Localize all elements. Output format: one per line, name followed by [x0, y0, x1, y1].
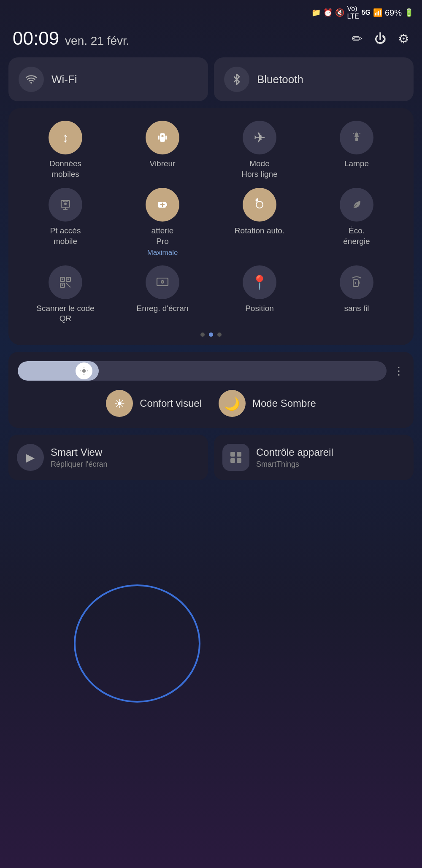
- eco-label: Éco.énergie: [343, 226, 370, 246]
- mobile-data-label: Donnéesmobiles: [49, 159, 81, 179]
- device-control-title: Contrôle appareil: [256, 446, 333, 458]
- dot-2: [209, 333, 213, 337]
- dark-mode-tile[interactable]: 🌙 Mode Sombre: [219, 390, 316, 417]
- wireless-power-icon: [340, 265, 373, 299]
- status-icons: 📁 ⏰ 🔇 Vo)LTE 5G 📶 69% 🔋: [311, 5, 414, 20]
- brightness-panel: ⋮ ☀ Confort visuel 🌙 Mode Sombre: [8, 352, 414, 428]
- screen-record-label: Enreg. d'écran: [137, 303, 189, 314]
- svg-line-8: [353, 133, 354, 134]
- smart-view-subtitle: Répliquer l'écran: [51, 460, 108, 469]
- hotspot-tile[interactable]: Pt accèsmobile: [17, 188, 114, 257]
- qs-grid-row2: Pt accèsmobile atteriePro Maximale: [17, 188, 405, 257]
- dark-mode-label: Mode Sombre: [252, 397, 316, 409]
- bluetooth-icon: [224, 67, 249, 92]
- comfort-row: ☀ Confort visuel 🌙 Mode Sombre: [18, 390, 404, 417]
- svg-rect-22: [62, 279, 63, 280]
- smart-view-icon: ▶: [17, 444, 44, 471]
- vibrate-label: Vibreur: [150, 159, 176, 169]
- battery-icon: 🔋: [404, 8, 414, 17]
- battery-saver-icon: [146, 188, 179, 222]
- brightness-thumb: [76, 362, 92, 379]
- page-dots: [17, 333, 405, 337]
- location-tile[interactable]: 📍 Position: [211, 265, 308, 324]
- smart-view-text: Smart View Répliquer l'écran: [51, 446, 108, 469]
- volte-icon: Vo)LTE: [347, 5, 359, 20]
- svg-rect-24: [62, 284, 63, 286]
- torch-label: Lampe: [344, 159, 369, 169]
- svg-point-18: [256, 201, 263, 208]
- 5g-icon: 5G: [362, 9, 371, 16]
- screen-record-tile[interactable]: Enreg. d'écran: [114, 265, 211, 324]
- location-icon: 📍: [243, 265, 276, 299]
- qs-grid-row1: ↕ Donnéesmobiles Vibreur ✈ ModeHors lign…: [17, 121, 405, 179]
- device-control-subtitle: SmartThings: [256, 460, 333, 469]
- status-bar: 📁 ⏰ 🔇 Vo)LTE 5G 📶 69% 🔋: [0, 0, 422, 24]
- eco-icon: [340, 188, 373, 222]
- comfort-visual-tile[interactable]: ☀ Confort visuel: [106, 390, 202, 417]
- airplane-icon: ✈: [243, 121, 276, 154]
- qr-scan-icon: [49, 265, 82, 299]
- device-control-text: Contrôle appareil SmartThings: [256, 446, 333, 469]
- battery-level: 69%: [385, 8, 402, 18]
- comfort-visual-label: Confort visuel: [140, 397, 202, 409]
- alarm-icon: ⏰: [323, 8, 333, 17]
- hotspot-icon: [49, 188, 82, 222]
- svg-point-13: [64, 203, 67, 205]
- dark-mode-icon: 🌙: [219, 390, 246, 417]
- rotation-tile[interactable]: Rotation auto.: [211, 188, 308, 257]
- torch-tile[interactable]: Lampe: [308, 121, 405, 179]
- qs-grid-row3: Scanner le codeQR Enreg. d'écran 📍 Posit…: [17, 265, 405, 324]
- rotation-icon: [243, 188, 276, 222]
- header-actions: ✏ ⏻ ⚙: [352, 31, 409, 46]
- mute-icon: 🔇: [335, 8, 344, 17]
- bluetooth-label: Bluetooth: [257, 73, 303, 86]
- svg-point-28: [162, 281, 163, 283]
- brightness-menu-icon[interactable]: ⋮: [393, 365, 404, 378]
- svg-rect-6: [355, 138, 358, 141]
- airplane-label: ModeHors ligne: [241, 159, 278, 179]
- circle-annotation: [74, 584, 200, 703]
- power-icon[interactable]: ⏻: [374, 32, 386, 46]
- settings-icon[interactable]: ⚙: [398, 31, 409, 46]
- svg-rect-3: [165, 135, 167, 140]
- hotspot-label: Pt accèsmobile: [50, 226, 81, 246]
- svg-point-0: [30, 82, 32, 84]
- eco-tile[interactable]: Éco.énergie: [308, 188, 405, 257]
- location-label: Position: [245, 303, 274, 314]
- qs-panel: ↕ Donnéesmobiles Vibreur ✈ ModeHors lign…: [8, 108, 414, 345]
- time-display: 00:09: [13, 28, 59, 49]
- svg-rect-1: [160, 133, 165, 142]
- battery-saver-sublabel: Maximale: [147, 249, 178, 257]
- screen-record-icon: [146, 265, 179, 299]
- brightness-slider[interactable]: [18, 361, 387, 381]
- wireless-power-tile[interactable]: sans fil: [308, 265, 405, 324]
- torch-icon: [340, 121, 373, 154]
- wifi-tile[interactable]: Wi-Fi: [8, 57, 208, 101]
- date-display: ven. 21 févr.: [65, 34, 130, 48]
- mobile-data-tile[interactable]: ↕ Donnéesmobiles: [17, 121, 114, 179]
- smart-view-tile[interactable]: ▶ Smart View Répliquer l'écran: [8, 435, 208, 480]
- comfort-visual-icon: ☀: [106, 390, 133, 417]
- qr-scan-tile[interactable]: Scanner le codeQR: [17, 265, 114, 324]
- battery-saver-label: atteriePro: [151, 226, 174, 246]
- vibrate-tile[interactable]: Vibreur: [114, 121, 211, 179]
- date-time: 00:09 ven. 21 févr.: [13, 28, 130, 49]
- battery-saver-tile[interactable]: atteriePro Maximale: [114, 188, 211, 257]
- wifi-icon: [19, 67, 44, 92]
- signal-icon: 📶: [373, 8, 382, 17]
- svg-line-25: [66, 283, 70, 287]
- device-control-tile[interactable]: Contrôle appareil SmartThings: [214, 435, 414, 480]
- airplane-tile[interactable]: ✈ ModeHors ligne: [211, 121, 308, 179]
- edit-icon[interactable]: ✏: [352, 31, 362, 46]
- file-icon: 📁: [311, 8, 321, 17]
- bottom-tiles: ▶ Smart View Répliquer l'écran Contrôle …: [0, 435, 422, 480]
- svg-rect-23: [68, 279, 69, 280]
- svg-rect-37: [230, 452, 235, 457]
- svg-rect-39: [230, 458, 235, 463]
- svg-line-9: [360, 133, 360, 134]
- bluetooth-tile[interactable]: Bluetooth: [214, 57, 414, 101]
- svg-rect-38: [237, 452, 241, 457]
- smart-view-title: Smart View: [51, 446, 108, 458]
- mobile-data-icon: ↕: [49, 121, 82, 154]
- qr-scan-label: Scanner le codeQR: [36, 303, 94, 324]
